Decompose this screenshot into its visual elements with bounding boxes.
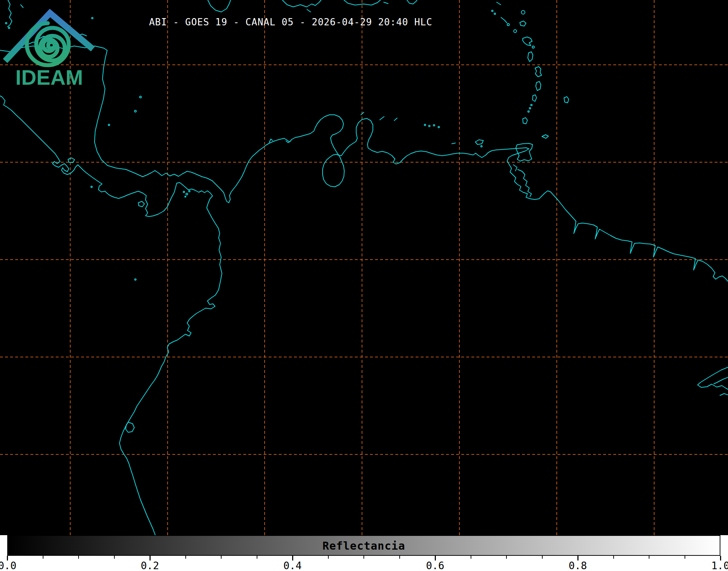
island-dot-malpelo	[135, 279, 136, 280]
colorbar-minor-tick	[542, 556, 543, 559]
coastline-st-kitts	[501, 17, 507, 23]
satellite-image-viewer: ABI - GOES 19 - CANAL 05 - 2026-04-29 20…	[0, 0, 728, 571]
island-dot-nevis	[507, 24, 509, 26]
colorbar-minor-tick	[613, 556, 614, 559]
island-dot-st-eustatius	[494, 13, 496, 14]
colorbar-tick-label: 0.4	[283, 560, 302, 571]
island-dot-grenadine-3	[528, 111, 529, 112]
colorbar-minor-tick	[185, 556, 186, 559]
coastline-jamaica-fragment	[208, 0, 231, 12]
coastline-barbados	[564, 97, 569, 103]
island-dot-providencia	[140, 96, 142, 98]
coastline-tobago	[542, 135, 548, 138]
coastline-amazon-mouth-a	[698, 366, 728, 390]
coastline-st-croix-fragment	[407, 0, 417, 4]
coastline-pacific-mainland-coast	[0, 95, 222, 535]
coastline-st-lucia	[536, 81, 541, 91]
colorbar-tick-label: 0.0	[0, 560, 16, 571]
coastline-puna-island	[126, 422, 134, 432]
island-dot-grenadine-2	[529, 108, 531, 109]
ideam-logo: IDEAM	[0, 0, 98, 90]
coastline-amazon-mouth-b	[714, 377, 728, 384]
satellite-map: ABI - GOES 19 - CANAL 05 - 2026-04-29 20…	[0, 0, 728, 535]
coastline-caribbean-mainland-coast	[0, 46, 728, 283]
island-dot-pearl-island-4	[185, 196, 186, 197]
island-dot-grenadine-1	[531, 104, 532, 106]
island-dot-san-andres	[135, 110, 136, 112]
island-dot-la-orchila	[438, 126, 439, 128]
coastline-hispaniola-fragment	[282, 0, 321, 7]
island-dot-los-roques-2	[429, 125, 430, 127]
coastline-la-tortuga-dash	[452, 143, 455, 144]
coastline-beata-dash	[307, 9, 311, 12]
island-dot-saba	[492, 10, 493, 12]
coastline-bonaire-dash	[394, 118, 397, 121]
island-dot-pearl-island-1	[183, 191, 185, 193]
coastline-vieques-dash	[384, 2, 388, 4]
coastlines	[0, 0, 728, 535]
island-dot-pearl-island-2	[186, 193, 188, 195]
coastline-coiba-island	[138, 201, 144, 207]
island-dot-barbuda	[521, 11, 525, 14]
island-dot-los-roques-1	[424, 124, 426, 126]
colorbar-tick-label: 1.0	[711, 560, 728, 571]
island-dot-los-roques-3	[433, 125, 435, 126]
island-dot-pearl-island-3	[189, 190, 190, 192]
image-title: ABI - GOES 19 - CANAL 05 - 2026-04-29 20…	[149, 17, 433, 28]
island-dot-corn-island	[108, 124, 110, 126]
map-canvas	[0, 0, 728, 535]
island-dot-cocos-speck	[91, 186, 92, 188]
coastline-anguilla-dash	[497, 2, 501, 5]
colorbar-minor-tick	[363, 556, 364, 559]
logo-spiral-icon	[27, 23, 69, 65]
logo-wordmark: IDEAM	[16, 66, 83, 89]
latlon-gridlines	[0, 0, 728, 535]
coastline-grenada	[523, 118, 527, 124]
colorbar-tick-label: 0.8	[569, 560, 587, 571]
colorbar-minor-tick	[471, 556, 471, 559]
colorbar-title: Reflectancia	[323, 539, 405, 552]
coastline-amazon-mouth-c	[720, 394, 728, 395]
island-dot-marie-galante	[532, 46, 534, 48]
coastline-martinique	[535, 67, 542, 77]
coastline-st-vincent	[533, 95, 536, 101]
colorbar-minor-tick	[685, 556, 685, 559]
colorbar-minor-tick	[221, 556, 222, 559]
colorbar-minor-tick	[43, 556, 43, 559]
colorbar-tick-label: 0.6	[426, 560, 445, 571]
coastline-antigua	[520, 21, 526, 26]
colorbar-minor-tick	[114, 556, 115, 559]
coastline-guadeloupe	[523, 37, 532, 46]
island-dot-coche	[481, 146, 482, 147]
colorbar-minor-tick	[649, 556, 649, 559]
colorbar-minor-tick	[78, 556, 79, 559]
colorbar-minor-tick	[506, 556, 507, 559]
coastline-trinidad	[516, 143, 533, 161]
colorbar-minor-tick	[328, 556, 329, 559]
coastline-curacao-dash	[380, 117, 384, 120]
coastline-margarita	[475, 140, 483, 144]
coastline-dominica	[528, 52, 533, 62]
colorbar-minor-tick	[257, 556, 257, 559]
colorbar-minor-tick	[399, 556, 400, 559]
island-dot-montserrat	[514, 30, 517, 33]
colorbar-tick-label: 0.2	[141, 560, 159, 571]
coastline-orinoco-delta-channel-b	[513, 165, 517, 171]
